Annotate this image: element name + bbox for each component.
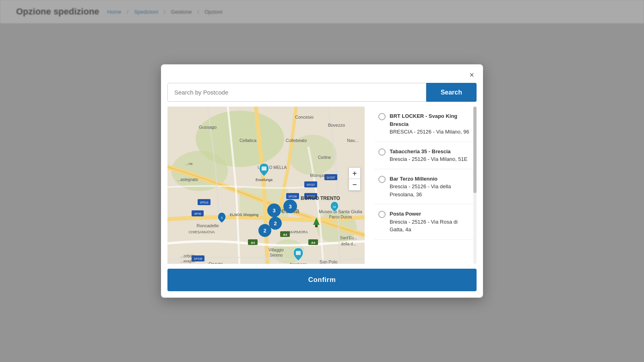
zoom-out-button[interactable]: − bbox=[349, 179, 360, 190]
svg-rect-58 bbox=[296, 251, 301, 255]
zoom-in-button[interactable]: + bbox=[349, 168, 360, 179]
svg-text:Sereno: Sereno bbox=[270, 253, 283, 257]
modal-footer: Confirm bbox=[161, 264, 483, 298]
svg-text:Mompiano: Mompiano bbox=[310, 173, 330, 178]
svg-text:Sant'Eu...: Sant'Eu... bbox=[340, 236, 357, 240]
results-list: BRT LOCKER - Svapo King Brescia BRESCIA … bbox=[369, 107, 473, 264]
modal-overlay: × Search bbox=[0, 0, 644, 362]
svg-text:A4: A4 bbox=[251, 241, 255, 245]
svg-text:Esselunga: Esselunga bbox=[256, 178, 272, 182]
svg-rect-56 bbox=[262, 167, 266, 171]
result-text-4: Posta Power Brescia - 25126 - Via Rosa d… bbox=[390, 210, 469, 234]
svg-text:Nav...: Nav... bbox=[347, 138, 358, 143]
svg-text:SP237: SP237 bbox=[306, 183, 315, 186]
radio-button-3[interactable] bbox=[378, 176, 386, 183]
svg-text:3: 3 bbox=[272, 208, 275, 214]
svg-text:SP45: SP45 bbox=[194, 212, 201, 215]
svg-text:...astegnato: ...astegnato bbox=[177, 177, 198, 182]
svg-text:3: 3 bbox=[289, 204, 291, 210]
result-text-2: Tabaccheria 35 - Brescia Brescia - 25126… bbox=[390, 148, 467, 163]
pickup-modal: × Search bbox=[161, 64, 483, 298]
svg-text:Bovezzo: Bovezzo bbox=[328, 123, 345, 128]
svg-text:SP235: SP235 bbox=[194, 257, 202, 260]
svg-text:...ne: ...ne bbox=[186, 162, 193, 166]
results-scrollbar[interactable] bbox=[473, 107, 477, 264]
result-item-4[interactable]: Posta Power Brescia - 25126 - Via Rosa d… bbox=[374, 204, 473, 240]
map-controls: + − bbox=[349, 167, 361, 191]
svg-text:CHIESANUOVA: CHIESANUOVA bbox=[189, 230, 215, 234]
radio-button-2[interactable] bbox=[378, 148, 386, 156]
postcode-search-input[interactable] bbox=[167, 83, 426, 102]
svg-text:Museo di Santa Giulia: Museo di Santa Giulia bbox=[319, 209, 362, 214]
result-item-2[interactable]: Tabaccheria 35 - Brescia Brescia - 25126… bbox=[374, 142, 473, 169]
svg-text:A4: A4 bbox=[311, 241, 316, 245]
svg-text:ELNOS Shopping: ELNOS Shopping bbox=[230, 213, 258, 217]
svg-text:SP236: SP236 bbox=[288, 195, 297, 198]
svg-text:Cellatica: Cellatica bbox=[239, 138, 257, 143]
search-row: Search bbox=[161, 83, 483, 107]
svg-text:Cortine: Cortine bbox=[318, 155, 331, 160]
svg-text:Roncadelle: Roncadelle bbox=[196, 223, 219, 228]
svg-text:Concesio: Concesio bbox=[295, 115, 314, 119]
svg-text:Parco Ducos: Parco Ducos bbox=[329, 215, 352, 219]
modal-header: × bbox=[161, 64, 483, 83]
svg-rect-62 bbox=[315, 225, 318, 227]
svg-text:Villaggio: Villaggio bbox=[268, 248, 284, 252]
result-item-3[interactable]: Bar Terzo Millennio Brescia - 25126 - Vi… bbox=[374, 169, 473, 205]
radio-button-4[interactable] bbox=[378, 211, 386, 218]
svg-text:...orbole: ...orbole bbox=[180, 254, 195, 258]
map-area: A4 A4 A4 SP45 SP510 SP235 SP237 SP237 bbox=[167, 107, 365, 264]
svg-text:S: S bbox=[221, 216, 223, 219]
svg-text:della d...: della d... bbox=[341, 242, 356, 246]
svg-text:Esselunga: Esselunga bbox=[290, 262, 307, 264]
svg-text:LAMARMORA: LAMARMORA bbox=[285, 230, 308, 234]
result-text-1: BRT LOCKER - Svapo King Brescia BRESCIA … bbox=[390, 112, 469, 136]
close-button[interactable]: × bbox=[467, 70, 477, 80]
radio-button-1[interactable] bbox=[378, 113, 386, 120]
results-wrapper: BRT LOCKER - Svapo King Brescia BRESCIA … bbox=[365, 107, 477, 264]
svg-text:2: 2 bbox=[263, 228, 266, 234]
svg-text:...asaglia: ...asaglia bbox=[180, 259, 195, 263]
confirm-button[interactable]: Confirm bbox=[167, 269, 477, 291]
svg-text:Gussago: Gussago bbox=[199, 125, 217, 130]
svg-text:SP510: SP510 bbox=[200, 201, 208, 204]
svg-text:BORGO TRENTO: BORGO TRENTO bbox=[301, 195, 340, 201]
result-text-3: Bar Terzo Millennio Brescia - 25126 - Vi… bbox=[390, 175, 469, 199]
result-item-1[interactable]: BRT LOCKER - Svapo King Brescia BRESCIA … bbox=[374, 107, 473, 142]
svg-text:Onzato: Onzato bbox=[208, 261, 223, 264]
modal-body: A4 A4 A4 SP45 SP510 SP235 SP237 SP237 bbox=[161, 107, 483, 264]
svg-text:2: 2 bbox=[274, 220, 277, 226]
svg-text:Collebeato: Collebeato bbox=[286, 138, 307, 143]
search-button[interactable]: Search bbox=[426, 83, 477, 102]
map-svg: A4 A4 A4 SP45 SP510 SP235 SP237 SP237 bbox=[167, 107, 365, 264]
svg-text:M: M bbox=[333, 205, 336, 209]
svg-text:San Polo: San Polo bbox=[320, 259, 338, 264]
